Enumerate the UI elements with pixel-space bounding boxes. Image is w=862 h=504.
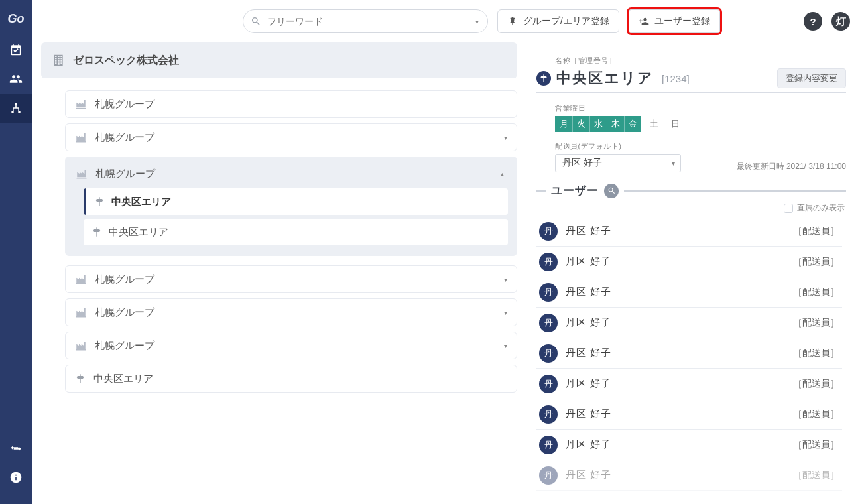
nav-swap[interactable] [0,434,32,463]
chevron-down-icon: ▾ [672,160,675,167]
user-row[interactable]: 丹丹区 好子［配送員］ [536,430,842,460]
button-label: グループ/エリア登録 [523,15,609,27]
nav-calendar[interactable] [0,35,32,64]
user-role: ［配送員］ [793,439,839,451]
user-plus-icon [639,16,649,27]
group-label: 札幌グループ [95,131,154,144]
detail-column: 名称［管理番号］ 中央区エリア [1234] 登録内容変更 営業曜日 月火水木金… [523,42,862,504]
user-row[interactable]: 丹丹区 好子［配送員］ [536,308,842,338]
nav-users[interactable] [0,64,32,94]
user-row[interactable]: 丹丹区 好子［配送員］ [536,277,842,308]
user-role: ［配送員］ [793,286,839,298]
group-row[interactable]: 札幌グループ▾ [65,298,517,326]
button-label: ユーザー登録 [654,15,710,27]
user-name: 丹区 好子 [566,469,611,481]
area-row[interactable]: 中央区エリア [84,188,508,215]
top-bar: ▾ グループ/エリア登録 ユーザー登録 ? 灯 [32,0,862,42]
group-label: 札幌グループ [95,306,154,319]
pin-icon [507,16,518,27]
avatar: 丹 [539,405,558,424]
factory-icon [75,273,87,285]
avatar: 丹 [539,466,558,485]
group-label: 札幌グループ [95,98,154,111]
area-title-row: 中央区エリア [1234] 登録内容変更 [536,66,846,93]
user-row[interactable]: 丹丹区 好子［配送員］ [536,369,842,399]
direct-only-toggle[interactable]: 直属のみ表示 [536,202,845,214]
user-role: ［配送員］ [793,225,839,237]
user-row[interactable]: 丹丹区 好子［配送員］ [536,247,842,277]
avatar: 丹 [539,375,558,393]
last-updated-label: 最終更新日時 [737,162,784,171]
day-off: 土 [645,116,662,132]
chevron-down-icon: ▾ [504,134,507,141]
user-row[interactable]: 丹丹区 好子［配送員］ [536,216,842,247]
sitemap-icon [9,101,23,115]
group-row[interactable]: 札幌グループ▾ [65,123,517,151]
chevron-down-icon: ▾ [504,309,507,316]
field-label-driver: 配送員(デフォルト) [555,141,846,151]
signpost-icon [536,71,551,86]
info-icon [9,471,23,484]
user-name: 丹区 好子 [566,286,611,298]
group-label: 札幌グループ [95,340,154,352]
area-label: 中央区エリア [111,196,171,208]
day-off: 日 [666,116,684,132]
day-on: 金 [624,116,641,132]
group-row[interactable]: 札幌グループ▾ [65,332,517,359]
user-name: 丹区 好子 [566,408,611,420]
area-row[interactable]: 中央区エリア [65,365,517,393]
user-name: 丹区 好子 [566,377,611,390]
group-area-register-button[interactable]: グループ/エリア登録 [497,9,619,33]
field-label-name: 名称［管理番号］ [536,56,846,66]
signpost-icon [94,196,105,207]
search-input[interactable] [243,9,488,33]
factory-icon [76,168,88,180]
chevron-down-icon[interactable]: ▾ [475,18,479,25]
user-name: 丹区 好子 [566,225,611,237]
nav-info[interactable] [0,463,32,492]
area-label: 中央区エリア [93,373,153,385]
area-code: [1234] [662,73,690,84]
default-driver-select[interactable]: 丹区 好子 ▾ [555,154,681,172]
group-row[interactable]: 札幌グループ▾ [65,265,517,293]
user-row[interactable]: 丹丹区 好子［配送員］ [536,399,842,430]
tree-column: ゼロスペック株式会社 札幌グループ札幌グループ▾札幌グループ▴中央区エリア中央区… [32,42,523,504]
lamp-button[interactable]: 灯 [831,12,850,31]
users-heading: ユーザー [551,183,599,198]
nav-hierarchy[interactable] [0,94,32,123]
group-row[interactable]: 札幌グループ [65,90,517,118]
swap-arrows-icon [9,442,23,455]
avatar: 丹 [539,314,558,332]
group-label: 札幌グループ [95,168,155,180]
side-nav: Go [0,0,32,504]
user-row[interactable]: 丹丹区 好子［配送員］ [536,460,842,491]
area-row[interactable]: 中央区エリア [84,219,508,245]
brand-logo: Go [8,7,25,35]
avatar: 丹 [539,222,558,241]
user-role: ［配送員］ [793,470,839,481]
company-header[interactable]: ゼロスペック株式会社 [41,42,517,78]
avatar: 丹 [539,253,558,271]
users-icon [9,72,23,86]
user-register-button[interactable]: ユーザー登録 [629,9,720,33]
area-label: 中央区エリア [109,226,168,239]
group-expanded: 札幌グループ▴中央区エリア中央区エリア [65,157,517,256]
user-name: 丹区 好子 [566,347,611,359]
chevron-down-icon: ▾ [504,276,507,283]
search-icon [251,16,261,27]
select-value: 丹区 好子 [562,157,602,169]
edit-registration-button[interactable]: 登録内容変更 [777,68,846,88]
user-row[interactable]: 丹丹区 好子［配送員］ [536,338,842,369]
user-name: 丹区 好子 [566,316,611,329]
factory-icon [75,306,87,318]
business-days: 月火水木金土日 [555,116,846,132]
user-role: ［配送員］ [793,347,839,359]
group-row[interactable]: 札幌グループ▴ [69,160,513,187]
user-search-button[interactable] [604,184,619,198]
signpost-icon [92,227,102,237]
building-icon [52,54,65,67]
factory-icon [75,131,87,143]
avatar: 丹 [539,283,558,302]
checkbox-icon [784,204,793,213]
help-button[interactable]: ? [804,12,822,31]
